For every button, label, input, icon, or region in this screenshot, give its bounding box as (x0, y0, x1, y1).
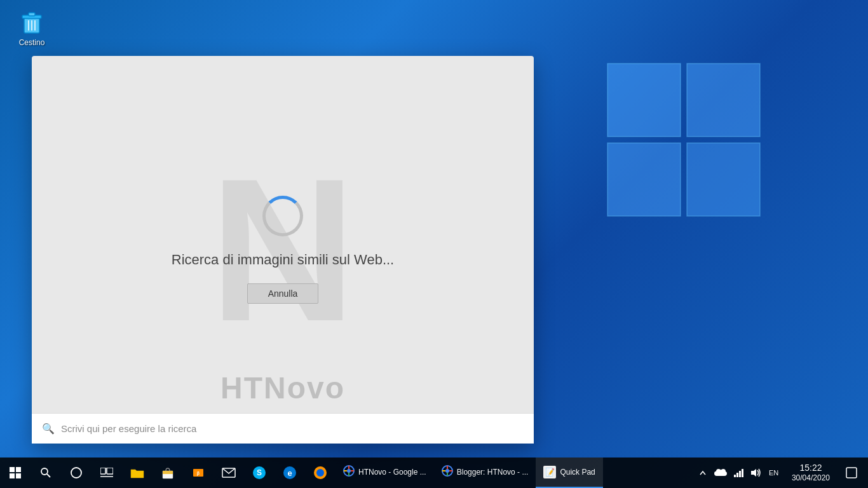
taskbar-app-quickpad[interactable]: 📝 Quick Pad (536, 458, 602, 488)
recycle-bin-image (17, 6, 47, 37)
language-tray-icon[interactable]: ENG (766, 465, 782, 480)
overlay-search-placeholder: Scrivi qui per eseguire la ricerca (61, 423, 196, 434)
svg-rect-36 (736, 473, 738, 477)
start-button[interactable] (0, 458, 31, 488)
network-icon (733, 468, 743, 478)
notification-bell-icon (846, 467, 857, 478)
recycle-bin-icon[interactable]: Cestino (10, 6, 54, 47)
svg-point-30 (316, 469, 324, 477)
chrome-icon (343, 465, 355, 477)
edge-browser-icon: e (283, 466, 297, 480)
quickpad-icon-image: 📝 (543, 466, 556, 478)
svg-rect-41 (846, 468, 857, 478)
chevron-up-icon (700, 470, 706, 475)
cortana-icon[interactable] (61, 458, 92, 488)
tray-expand-icon[interactable] (695, 465, 710, 480)
svg-rect-18 (107, 468, 113, 474)
overlay-search-icon: 🔍 (42, 423, 55, 435)
desktop: Cestino N Ricerca di immagini simili sul… (0, 0, 868, 488)
windows-logo-desktop (595, 51, 773, 229)
htnovo-watermark: HTNovo (220, 370, 345, 405)
cortana-circle-icon (70, 466, 83, 479)
svg-marker-39 (751, 469, 756, 477)
chrome-blogger-icon (442, 465, 453, 480)
svg-rect-17 (100, 468, 105, 474)
taskbar: β S e (0, 458, 868, 488)
svg-text:β: β (197, 471, 200, 476)
svg-rect-0 (607, 64, 681, 137)
mail-envelope-icon (222, 468, 236, 478)
spinner-area: Ricerca di immagini simili sul Web... An… (172, 196, 394, 304)
svg-point-16 (71, 468, 81, 478)
volume-tray-icon[interactable] (749, 465, 764, 480)
mail-icon[interactable] (214, 458, 244, 488)
chrome-htnovo-icon (343, 465, 355, 480)
beta-icon: β (192, 466, 205, 479)
svg-rect-13 (16, 473, 21, 478)
edge-icon[interactable]: e (275, 458, 305, 488)
task-view-icon[interactable] (92, 458, 122, 488)
blogger-chrome-label: Blogger: HTNovo - ... (457, 468, 529, 477)
svg-rect-11 (16, 467, 21, 472)
svg-text:ENG: ENG (769, 469, 779, 477)
beta-store-icon[interactable]: β (183, 458, 214, 488)
svg-point-34 (445, 469, 449, 473)
system-tray: ENG 15:22 30/04/2020 (690, 458, 868, 488)
svg-rect-12 (10, 473, 15, 478)
svg-text:S: S (257, 468, 262, 477)
search-icon (40, 467, 51, 478)
search-overlay-panel: N Ricerca di immagini simili sul Web... … (32, 56, 534, 444)
keyboard-icon: ENG (769, 468, 779, 478)
loading-spinner (262, 196, 303, 236)
folder-icon (130, 467, 144, 478)
svg-line-15 (47, 474, 50, 477)
htnovo-chrome-label: HTNovo - Google ... (358, 468, 426, 477)
file-explorer-icon[interactable] (122, 458, 153, 488)
onedrive-tray-icon[interactable] (713, 465, 728, 480)
taskbar-apps-area: HTNovo - Google ... Blogger: HTNovo - ..… (336, 458, 690, 488)
quickpad-label: Quick Pad (560, 468, 595, 477)
task-view-icon (100, 468, 113, 478)
network-tray-icon[interactable] (731, 465, 746, 480)
quickpad-icon: 📝 (543, 466, 556, 478)
overlay-search-bar[interactable]: 🔍 Scrivi qui per eseguire la ricerca (32, 413, 534, 444)
taskbar-app-blogger-chrome[interactable]: Blogger: HTNovo - ... (434, 458, 536, 488)
chrome-icon-2 (442, 465, 453, 477)
svg-rect-37 (739, 471, 741, 477)
notification-icon[interactable] (840, 461, 863, 484)
clock-date: 30/04/2020 (792, 473, 830, 482)
windows-start-icon (10, 467, 21, 478)
svg-rect-35 (734, 475, 736, 477)
svg-point-32 (347, 469, 351, 473)
svg-point-14 (41, 468, 48, 475)
svg-rect-1 (687, 64, 760, 137)
svg-rect-38 (742, 469, 743, 477)
svg-rect-3 (687, 143, 760, 216)
speaker-icon (750, 468, 762, 478)
firefox-icon[interactable] (305, 458, 336, 488)
skype-logo-icon: S (252, 466, 266, 480)
skype-icon[interactable]: S (244, 458, 275, 488)
cancel-button[interactable]: Annulla (247, 283, 319, 304)
store-icon[interactable] (153, 458, 183, 488)
svg-rect-21 (163, 471, 173, 474)
taskbar-app-htnovo-chrome[interactable]: HTNovo - Google ... (336, 458, 434, 488)
search-status-text: Ricerca di immagini simili sul Web... (172, 252, 394, 268)
cloud-icon (714, 468, 727, 477)
system-clock[interactable]: 15:22 30/04/2020 (784, 463, 837, 482)
svg-text:e: e (287, 468, 292, 478)
store-bag-icon (161, 466, 174, 479)
svg-rect-10 (10, 467, 15, 472)
svg-rect-6 (29, 13, 35, 16)
svg-rect-2 (607, 143, 681, 216)
firefox-browser-icon (313, 466, 327, 480)
clock-time: 15:22 (799, 463, 822, 473)
recycle-bin-label: Cestino (19, 38, 45, 47)
taskbar-search-icon[interactable] (31, 458, 61, 488)
